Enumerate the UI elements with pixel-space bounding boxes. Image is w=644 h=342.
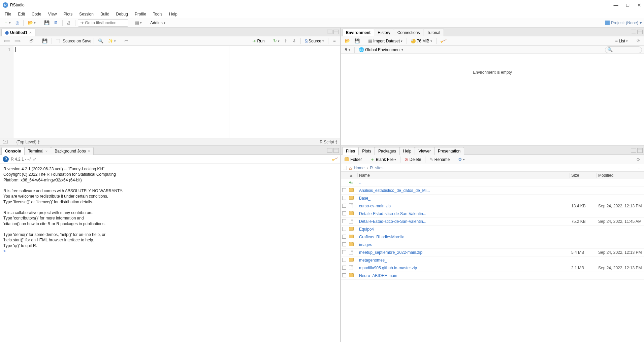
file-row[interactable]: metagenomes_ [341,256,644,264]
env-search-input[interactable]: 🔍 [605,46,642,53]
pane-minimize-button[interactable] [327,148,332,153]
up-directory-row[interactable]: ⬑ .. [341,179,644,187]
file-name[interactable]: images [358,242,570,247]
menu-code[interactable]: Code [28,11,45,18]
col-size[interactable]: Size [570,173,597,178]
refresh-files-button[interactable]: ⟳ [635,156,642,163]
wand-button[interactable]: ✨ [106,37,118,45]
menu-profile[interactable]: Profile [131,11,150,18]
tab-connections[interactable]: Connections [394,29,424,36]
grid-view-button[interactable]: ▦ [133,19,143,27]
outline-button[interactable]: ≡ [331,37,338,45]
breadcrumb-home[interactable]: Home [354,166,364,170]
pane-maximize-button[interactable] [333,30,339,34]
clear-console-button[interactable]: 🧹 [331,156,338,162]
file-name[interactable]: Graficas_RLadiesMorelia [358,235,570,239]
pane-minimize-button[interactable] [327,30,332,34]
tab-presentation[interactable]: Presentation [434,147,464,155]
file-row[interactable]: curso-cv-main.zip13.4 KBSep 24, 2022, 12… [341,202,644,210]
menu-build[interactable]: Build [97,11,113,18]
new-project-button[interactable]: ◎ [13,19,21,27]
code-editor[interactable]: 1 [0,46,340,138]
source-dropdown-button[interactable]: ⎘ Source [303,37,326,45]
save-source-button[interactable]: 💾 [40,37,49,45]
menu-view[interactable]: View [45,11,60,18]
load-workspace-button[interactable]: 📂 [343,37,352,45]
pane-maximize-button[interactable] [637,148,643,153]
nav-back-button[interactable]: ⟸ [2,37,12,45]
col-modified[interactable]: Modified [597,173,644,178]
tab-environment[interactable]: Environment [342,29,374,36]
tab-plots[interactable]: Plots [358,147,375,155]
file-name[interactable]: curso-cv-main.zip [358,204,570,208]
row-checkbox[interactable] [342,250,346,254]
row-checkbox[interactable] [342,242,346,246]
minimize-button[interactable]: — [614,2,618,8]
file-row[interactable]: Analisis_estadistico_de_datos_de_Mi... [341,187,644,195]
menu-file[interactable]: File [1,11,14,18]
rerun-button[interactable]: ↻ [271,37,281,45]
file-row[interactable]: Neuro_ABIDEE-main [341,272,644,280]
section-up-button[interactable]: ⇧ [282,37,290,45]
row-checkbox[interactable] [342,227,346,231]
tab-history[interactable]: History [374,29,394,36]
nav-forward-button[interactable]: ⟹ [13,37,23,45]
file-name[interactable]: Base_ [358,196,570,201]
col-name[interactable]: Name [358,173,570,178]
goto-file-input[interactable]: ➜ Go to file/function [78,19,128,27]
home-icon[interactable]: ⌂ [349,165,352,171]
row-checkbox[interactable] [342,188,346,192]
file-name[interactable]: Neuro_ABIDEE-main [358,273,570,278]
pane-minimize-button[interactable] [631,30,636,34]
file-row[interactable]: Graficas_RLadiesMorelia [341,233,644,241]
row-checkbox[interactable] [342,196,346,200]
file-name[interactable]: meetup_septiembre_2022-main.zip [358,250,570,255]
menu-debug[interactable]: Debug [113,11,131,18]
clear-env-button[interactable]: 🧹 [439,37,448,45]
row-checkbox[interactable] [342,211,346,215]
maximize-button[interactable]: □ [626,2,629,8]
file-name[interactable]: metagenomes_ [358,258,570,263]
menu-plots[interactable]: Plots [60,11,76,18]
section-down-button[interactable]: ⇩ [291,37,298,45]
env-view-mode-button[interactable]: ≡ List [613,37,630,45]
file-row[interactable]: images [341,241,644,249]
import-dataset-button[interactable]: ▦ Import Dataset [366,37,404,45]
tab-background-jobs[interactable]: Background Jobs × [51,147,94,155]
source-tab[interactable]: ◉ Untitled1 × [1,29,35,36]
file-row[interactable]: Base_ [341,195,644,202]
row-checkbox[interactable] [342,204,346,208]
pane-minimize-button[interactable] [631,148,636,153]
file-name[interactable]: mpadilla905.github.io-master.zip [358,266,570,270]
addins-button[interactable]: Addins [149,19,167,27]
print-button[interactable]: 🖨 [65,19,73,27]
row-checkbox[interactable] [342,235,346,239]
save-all-button[interactable]: 🗎 [52,19,60,27]
compile-report-button[interactable]: ▭ [123,37,130,45]
close-tab-icon[interactable]: × [45,149,47,153]
save-workspace-button[interactable]: 💾 [353,37,361,45]
env-scope-selector[interactable]: 🌐 Global Environment [357,46,405,54]
more-button[interactable]: ⚙ [456,156,466,163]
show-in-new-window-button[interactable]: 🗗 [28,37,35,45]
run-button[interactable]: ➜ Run [251,37,266,45]
tab-packages[interactable]: Packages [375,147,400,155]
new-blank-file-button[interactable]: ＋ Blank File [368,156,398,163]
file-row[interactable]: Equipo4 [341,226,644,233]
file-name[interactable]: Equipo4 [358,227,570,232]
menu-tools[interactable]: Tools [150,11,166,18]
popout-icon[interactable]: ⤢ [33,157,36,161]
delete-button[interactable]: ⊘ Delete [403,156,423,163]
find-button[interactable]: 🔍 [96,37,105,45]
file-name[interactable]: Detalle-Estad-stico-de-San-Valentin... [358,219,570,224]
close-tab-icon[interactable]: × [29,31,31,35]
scope-selector[interactable]: (Top Level) ‡ [17,140,40,144]
file-row[interactable]: Detalle-Estad-stico-de-San-Valentin...75… [341,218,644,226]
refresh-env-button[interactable]: ⟳ [635,37,642,45]
breadcrumb-dir[interactable]: R_sites [370,166,383,170]
pane-maximize-button[interactable] [333,148,339,153]
memory-usage-button[interactable]: 76 MiB [409,37,434,45]
row-checkbox[interactable] [342,219,346,223]
menu-help[interactable]: Help [166,11,181,18]
new-folder-button[interactable]: Folder [343,156,363,163]
